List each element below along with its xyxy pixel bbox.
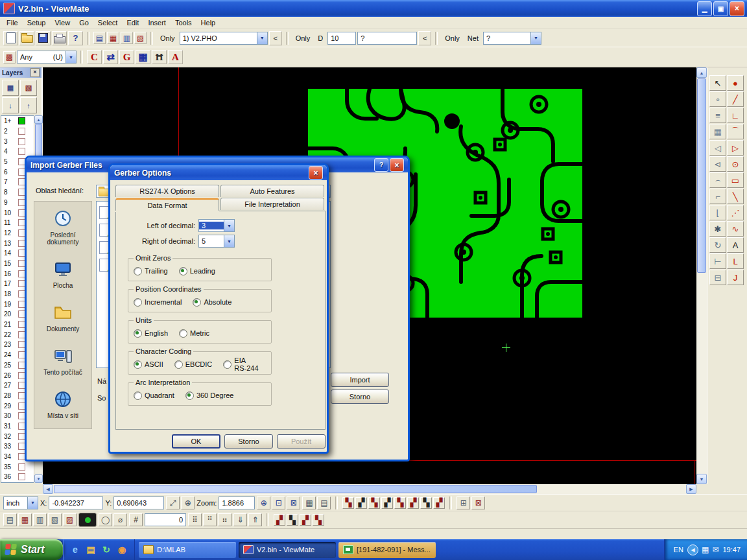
print-button[interactable] bbox=[52, 31, 67, 45]
chevron-down-icon[interactable] bbox=[257, 32, 267, 44]
dcode-pattern-4-button[interactable]: ▞ bbox=[381, 497, 393, 509]
radio-english[interactable]: English bbox=[134, 329, 168, 338]
units-combo[interactable]: inch bbox=[3, 496, 38, 509]
dcode-pattern-1-button[interactable]: ▚ bbox=[342, 497, 354, 509]
anchor-down-button[interactable]: ⇓ bbox=[233, 513, 247, 526]
scroll-up-icon[interactable] bbox=[34, 115, 43, 124]
only-layer-toggle[interactable]: Only bbox=[157, 34, 178, 42]
radio-leading[interactable]: Leading bbox=[179, 267, 215, 275]
pattern-1-button[interactable]: ▞ bbox=[274, 514, 285, 526]
radio-ebcdic[interactable]: EBCDIC bbox=[174, 360, 213, 369]
layer-combo[interactable]: 1) V2.PHO bbox=[180, 32, 268, 45]
dcode-filter-field[interactable]: ? bbox=[357, 32, 417, 45]
help-icon[interactable]: ? bbox=[374, 158, 388, 172]
zoom-in-button[interactable]: ⊕ bbox=[257, 496, 270, 509]
film-box-button[interactable]: ▥ bbox=[121, 32, 133, 44]
dcode-pattern-2-button[interactable]: ▞ bbox=[355, 497, 367, 509]
grid-display-button[interactable]: ▦ bbox=[302, 496, 316, 509]
tab-rs274-x-options[interactable]: RS274-X Options bbox=[115, 185, 219, 197]
close-button[interactable]: × bbox=[729, 1, 744, 16]
import-button[interactable]: Import bbox=[331, 373, 389, 387]
close-icon[interactable]: × bbox=[390, 158, 404, 172]
place-computer[interactable]: Tento počítač bbox=[34, 339, 91, 382]
horizontal-scrollbar[interactable] bbox=[43, 484, 696, 494]
pattern-3-button[interactable]: ▞ bbox=[300, 514, 311, 526]
snap-tool[interactable]: ∘ bbox=[709, 91, 726, 107]
step-tool[interactable]: ⌊ bbox=[709, 205, 726, 220]
place-desktop[interactable]: Plocha bbox=[34, 252, 91, 296]
task-viewmate[interactable]: V2.bin - ViewMate bbox=[239, 542, 336, 558]
menu-setup[interactable]: Setup bbox=[23, 18, 51, 28]
anchor-up-button[interactable]: ⇑ bbox=[248, 513, 262, 526]
pattern-2-button[interactable]: ▚ bbox=[287, 514, 298, 526]
text-tool[interactable]: A bbox=[727, 237, 744, 253]
ok-button[interactable]: OK bbox=[172, 434, 220, 449]
film-4-button[interactable]: ▧ bbox=[48, 513, 62, 526]
grid-config-button[interactable]: # bbox=[129, 513, 143, 526]
film-1-button[interactable]: ▤ bbox=[3, 513, 17, 526]
film-3-button[interactable]: ▥ bbox=[33, 513, 47, 526]
zoom-window-button[interactable]: ⊡ bbox=[272, 496, 285, 509]
radio-quadrant[interactable]: Quadrant bbox=[134, 391, 174, 400]
menu-edit[interactable]: Edit bbox=[122, 18, 143, 28]
layer-swatch[interactable] bbox=[18, 148, 25, 155]
dcode-list-button[interactable]: ▦ bbox=[107, 32, 119, 44]
scroll-right-icon[interactable] bbox=[686, 484, 696, 494]
menu-go[interactable]: Go bbox=[75, 18, 93, 28]
aperture-table-button[interactable]: ▤ bbox=[93, 32, 106, 44]
task-message[interactable]: [191-482-091] - Mess... bbox=[338, 542, 436, 558]
chevron-down-icon[interactable] bbox=[27, 497, 38, 509]
menu-view[interactable]: View bbox=[50, 18, 75, 28]
trace-tool[interactable]: ╱ bbox=[727, 91, 744, 107]
close-layers-icon[interactable]: × bbox=[30, 68, 40, 77]
new-file-button[interactable] bbox=[3, 31, 18, 45]
dcode-pattern-5-button[interactable]: ▚ bbox=[394, 497, 406, 509]
radio-metric[interactable]: Metric bbox=[179, 329, 209, 338]
restore-button[interactable]: ▣ bbox=[713, 1, 728, 16]
prev-net-button[interactable]: < bbox=[418, 31, 431, 45]
settings-tool[interactable]: ✱ bbox=[709, 221, 726, 237]
vertical-scrollbar[interactable] bbox=[696, 67, 707, 484]
radio-ascii[interactable]: ASCII bbox=[134, 360, 163, 369]
layer-table-button[interactable]: ▦ bbox=[2, 80, 19, 96]
prev-dcode-button[interactable]: < bbox=[269, 31, 282, 45]
stack-tool[interactable]: ≡ bbox=[709, 108, 726, 123]
triangle-tool[interactable]: ▷ bbox=[727, 140, 744, 156]
network-tray-icon[interactable]: ▦ bbox=[702, 545, 709, 554]
scroll-left-icon[interactable] bbox=[43, 484, 53, 494]
language-indicator[interactable]: EN bbox=[674, 546, 683, 554]
place-recent-documents[interactable]: Poslední dokumenty bbox=[34, 202, 91, 252]
radio-trailing[interactable]: Trailing bbox=[134, 267, 168, 275]
dcode-pattern-8-button[interactable]: ▞ bbox=[433, 497, 445, 509]
pattern-4-button[interactable]: ▚ bbox=[313, 514, 324, 526]
mirror-tool[interactable]: ◁ bbox=[709, 140, 726, 156]
curve-tool[interactable]: ⌢ bbox=[709, 172, 726, 188]
right-of-decimal-combo[interactable]: 5 bbox=[198, 235, 235, 248]
save-file-button[interactable] bbox=[36, 31, 51, 45]
selection-pattern-button[interactable]: ▩ bbox=[3, 51, 16, 64]
menu-insert[interactable]: Insert bbox=[143, 18, 171, 28]
ie-quicklaunch-icon[interactable]: e bbox=[69, 543, 82, 556]
clock[interactable]: 19:47 bbox=[722, 546, 741, 554]
hide-tray-icons-button[interactable]: ◀ bbox=[687, 544, 698, 555]
wave-tool[interactable]: ∿ bbox=[727, 221, 744, 237]
net-combo[interactable]: ? bbox=[483, 32, 541, 45]
layer-letter-tool[interactable]: L bbox=[727, 253, 744, 269]
layer-swatch[interactable] bbox=[18, 463, 25, 471]
dot-grid-1-button[interactable]: ⠿ bbox=[188, 513, 202, 526]
scroll-down-icon[interactable] bbox=[696, 474, 707, 484]
plane-tool[interactable]: ▦ bbox=[709, 124, 726, 139]
layer-swatch[interactable] bbox=[18, 138, 25, 145]
x-coordinate-field[interactable]: -0.942237 bbox=[49, 496, 103, 509]
layer-swatch[interactable] bbox=[18, 117, 25, 124]
menu-help[interactable]: Help bbox=[196, 18, 220, 28]
dcode-value-field[interactable]: 10 bbox=[327, 32, 356, 45]
tab-auto-features[interactable]: Auto Features bbox=[220, 185, 324, 197]
dot-grid-2-button[interactable]: ⠛ bbox=[203, 513, 217, 526]
zoom-value-field[interactable]: 1.8866 bbox=[219, 496, 255, 509]
circle-tool[interactable]: ⊙ bbox=[727, 156, 744, 172]
dcode-pattern-3-button[interactable]: ▚ bbox=[368, 497, 380, 509]
rectangle-tool[interactable]: ▭ bbox=[727, 172, 744, 188]
tab-file-interpretation[interactable]: File Interpretation bbox=[220, 198, 324, 210]
table-tool[interactable]: ⊟ bbox=[709, 270, 726, 285]
